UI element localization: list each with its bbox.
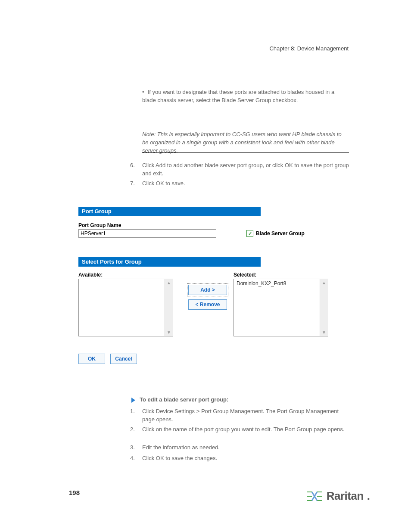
- page-number: 198: [69, 489, 80, 496]
- port-group-ui-screenshot: Port Group Port Group Name ✓ Blade Serve…: [78, 207, 337, 364]
- available-listbox[interactable]: ▲ ▼: [78, 279, 173, 336]
- port-group-name-label: Port Group Name: [78, 222, 337, 228]
- instruction-bullet-5-part: If you want to designate that these port…: [142, 88, 349, 105]
- blade-server-group-checkbox[interactable]: ✓: [246, 230, 253, 237]
- note-top-rule: [142, 126, 349, 126]
- step-7-number: 7.: [130, 180, 135, 188]
- scroll-up-icon[interactable]: ▲: [322, 279, 326, 286]
- edit-step4-number: 4.: [130, 454, 135, 463]
- edit-step2-number: 2.: [130, 426, 135, 434]
- triangle-icon: [131, 398, 135, 403]
- scroll-down-icon[interactable]: ▼: [322, 329, 326, 336]
- selected-label: Selected:: [234, 272, 337, 278]
- remove-button[interactable]: < Remove: [188, 299, 227, 310]
- cancel-button[interactable]: Cancel: [110, 354, 137, 364]
- port-group-header: Port Group: [78, 207, 261, 216]
- available-scroll[interactable]: ▲ ▼: [165, 279, 173, 336]
- bullet-dot: [142, 89, 148, 95]
- edit-step1-number: 1.: [130, 408, 135, 416]
- edit-section-heading: To edit a blade server port group:: [140, 396, 228, 403]
- ok-button[interactable]: OK: [78, 354, 105, 364]
- selected-scroll[interactable]: ▲ ▼: [320, 279, 328, 336]
- edit-step3-text: Edit the information as needed.: [142, 444, 349, 452]
- note-body: This is especially important to CC-SG us…: [142, 131, 342, 154]
- edit-step1-text: Click Device Settings > Port Group Manag…: [142, 408, 349, 424]
- note-block: Note: This is especially important to CC…: [142, 131, 349, 155]
- step-6-text: Click Add to add another blade server po…: [142, 162, 349, 178]
- available-label: Available:: [78, 272, 182, 278]
- step-6-number: 6.: [130, 162, 135, 170]
- selected-listbox[interactable]: Dominion_KX2_Port8 ▲ ▼: [234, 279, 328, 336]
- raritan-logo: Raritan.: [306, 489, 370, 503]
- port-group-name-input[interactable]: [78, 229, 216, 238]
- scroll-down-icon[interactable]: ▼: [167, 329, 171, 336]
- chapter-title: Chapter 8: Device Management: [269, 45, 349, 52]
- logo-dot: .: [367, 489, 370, 503]
- note-bottom-rule: [142, 152, 349, 153]
- blade-server-group-label: Blade Server Group: [256, 230, 305, 236]
- add-button[interactable]: Add >: [188, 285, 227, 295]
- scroll-up-icon[interactable]: ▲: [167, 279, 171, 286]
- select-ports-header: Select Ports for Group: [78, 257, 261, 267]
- step-7-text: Click OK to save.: [142, 180, 349, 188]
- list-item[interactable]: Dominion_KX2_Port8: [234, 279, 328, 288]
- edit-step4-text: Click OK to save the changes.: [142, 454, 349, 463]
- edit-step2-text: Click on the name of the port group you …: [142, 426, 349, 434]
- logo-text: Raritan: [327, 489, 364, 503]
- edit-step3-number: 3.: [130, 444, 135, 452]
- note-label: Note:: [142, 131, 156, 137]
- logo-icon: [306, 490, 323, 503]
- instruction-text: If you want to designate that these port…: [142, 89, 334, 103]
